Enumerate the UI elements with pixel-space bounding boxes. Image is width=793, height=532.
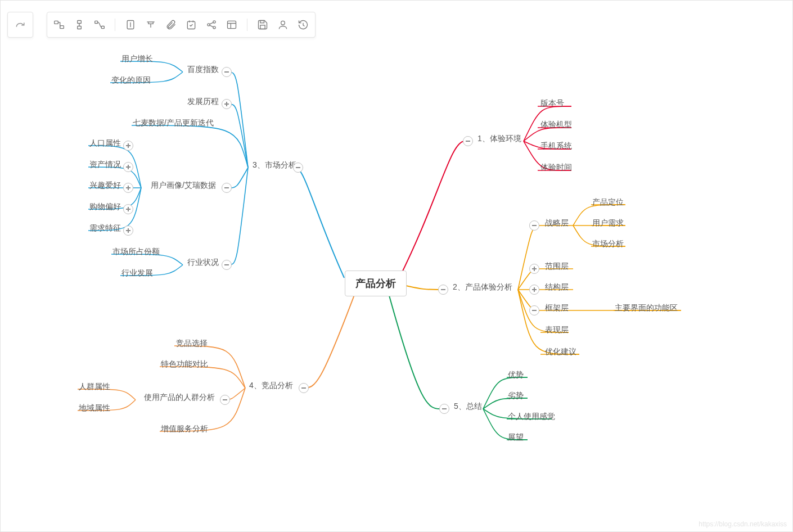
svg-rect-1 xyxy=(60,26,64,29)
layout-icon[interactable] xyxy=(226,19,238,31)
toggle-b3-s2[interactable] xyxy=(222,99,232,109)
toggle-b1[interactable] xyxy=(463,136,473,146)
relationship-icon[interactable] xyxy=(93,19,106,31)
b5-c2[interactable]: 个人使用感觉 xyxy=(507,411,556,423)
toolbar xyxy=(47,12,316,38)
b2-s4-c0[interactable]: 主要界面的功能区 xyxy=(614,302,679,314)
svg-rect-3 xyxy=(78,26,82,29)
b2-s1-c1[interactable]: 用户需求 xyxy=(591,217,625,229)
svg-rect-11 xyxy=(228,21,236,28)
b3-s3-c0[interactable]: 人口属性 xyxy=(88,137,122,150)
b4-s3-c1[interactable]: 地域属性 xyxy=(78,402,111,414)
toggle-b3-s4[interactable] xyxy=(222,260,232,270)
toggle-b3[interactable] xyxy=(293,163,303,173)
b2-s1[interactable]: 战略层 xyxy=(544,217,570,229)
root-node[interactable]: 产品分析 xyxy=(345,270,407,296)
toolbar-divider xyxy=(115,19,115,31)
toggle-b3-s3-c2[interactable] xyxy=(123,183,133,193)
svg-rect-12 xyxy=(260,21,264,23)
svg-rect-13 xyxy=(260,25,265,29)
format-icon[interactable] xyxy=(145,19,157,31)
toggle-b3-s3-c4[interactable] xyxy=(123,226,133,236)
b3-s4[interactable]: 行业状况 xyxy=(186,256,220,269)
attachment-icon[interactable] xyxy=(165,19,177,31)
subtopic-icon[interactable] xyxy=(53,19,65,31)
b4-s3[interactable]: 使用产品的人群分析 xyxy=(143,391,216,404)
toggle-b3-s3-c0[interactable] xyxy=(123,141,133,151)
b3-s3-c3[interactable]: 购物偏好 xyxy=(88,201,122,213)
sibling-topic-icon[interactable] xyxy=(73,19,85,31)
toggle-b2-s4[interactable] xyxy=(529,305,539,315)
save-icon[interactable] xyxy=(256,19,269,31)
svg-point-14 xyxy=(281,21,285,25)
b4-s3-c0[interactable]: 人群属性 xyxy=(78,381,111,393)
b3-s3-c1[interactable]: 资产情况 xyxy=(88,159,122,171)
b2-s1-c0[interactable]: 产品定位 xyxy=(591,196,625,209)
b5-c0[interactable]: 优势 xyxy=(507,369,525,381)
svg-rect-2 xyxy=(78,21,82,24)
toolbar-divider xyxy=(247,19,247,31)
b3-s3-c2[interactable]: 兴趣爱好 xyxy=(88,179,122,192)
b4-s1[interactable]: 竞品选择 xyxy=(175,337,209,350)
user-icon[interactable] xyxy=(277,19,289,31)
svg-rect-0 xyxy=(55,21,58,24)
b3-s1-c1[interactable]: 变化的原因 xyxy=(110,74,152,87)
toggle-b5[interactable] xyxy=(439,404,449,414)
toggle-b4[interactable] xyxy=(299,383,309,393)
branch-5-label[interactable]: 5、总结 xyxy=(453,400,483,413)
b2-s4[interactable]: 框架层 xyxy=(544,302,570,314)
toggle-b2[interactable] xyxy=(438,285,448,295)
task-icon[interactable] xyxy=(185,19,197,31)
toggle-b2-s2[interactable] xyxy=(529,264,539,274)
svg-rect-4 xyxy=(95,21,98,23)
b1-child-2[interactable]: 手机系统 xyxy=(539,140,573,152)
b3-s1[interactable]: 百度指数 xyxy=(186,64,220,76)
share-icon[interactable] xyxy=(205,19,218,31)
b3-s1-c0[interactable]: 用户增长 xyxy=(120,53,154,65)
toggle-b3-s1[interactable] xyxy=(222,67,232,77)
toggle-b2-s3[interactable] xyxy=(529,285,539,295)
b3-s4-c1[interactable]: 行业发展 xyxy=(120,267,154,279)
redo-icon xyxy=(15,20,25,30)
toggle-b3-s3-c3[interactable] xyxy=(123,204,133,214)
b2-s3[interactable]: 结构层 xyxy=(544,281,570,294)
b2-s6[interactable]: 优化建议 xyxy=(544,346,578,358)
note-icon[interactable] xyxy=(124,19,137,31)
b2-s5[interactable]: 表现层 xyxy=(544,324,570,336)
history-icon[interactable] xyxy=(297,19,309,31)
branch-3-label[interactable]: 3、市场分析 xyxy=(251,159,298,172)
b1-child-1[interactable]: 体验机型 xyxy=(539,119,573,131)
branch-2-label[interactable]: 2、产品体验分析 xyxy=(452,281,513,294)
b3-s3-c4[interactable]: 需求特征 xyxy=(88,222,122,235)
toggle-b2-s1[interactable] xyxy=(529,220,539,231)
b2-s1-c2[interactable]: 市场分析 xyxy=(591,238,625,250)
watermark: https://blog.csdn.net/kakaxiss xyxy=(699,520,787,528)
toggle-b3-s3[interactable] xyxy=(222,183,232,193)
b3-s2b[interactable]: 七麦数据/产品更新迭代 xyxy=(132,117,215,129)
toggle-b3-s3-c1[interactable] xyxy=(123,162,133,172)
b5-c3[interactable]: 展望 xyxy=(507,431,525,444)
toggle-b4-s3[interactable] xyxy=(220,395,230,405)
b2-s2[interactable]: 范围层 xyxy=(544,260,570,273)
redo-button[interactable] xyxy=(7,12,33,38)
branch-4-label[interactable]: 4、竞品分析 xyxy=(248,380,294,392)
canvas-frame: 产品分析 1、体验环境 版本号 体验机型 手机系统 体验时间 2、产品体验分析 … xyxy=(0,0,793,532)
b3-s3[interactable]: 用户画像/艾瑞数据 xyxy=(150,179,217,192)
b1-child-0[interactable]: 版本号 xyxy=(539,97,565,110)
branch-1-label[interactable]: 1、体验环境 xyxy=(476,133,522,145)
b4-s2[interactable]: 特色功能对比 xyxy=(160,358,209,371)
b1-child-3[interactable]: 体验时间 xyxy=(539,161,573,174)
svg-rect-5 xyxy=(101,26,104,29)
b5-c1[interactable]: 劣势 xyxy=(507,390,525,402)
b3-s4-c0[interactable]: 市场所占份额 xyxy=(111,246,161,258)
b4-s4[interactable]: 增值服务分析 xyxy=(160,423,209,435)
b3-s2[interactable]: 发展历程 xyxy=(186,96,220,108)
